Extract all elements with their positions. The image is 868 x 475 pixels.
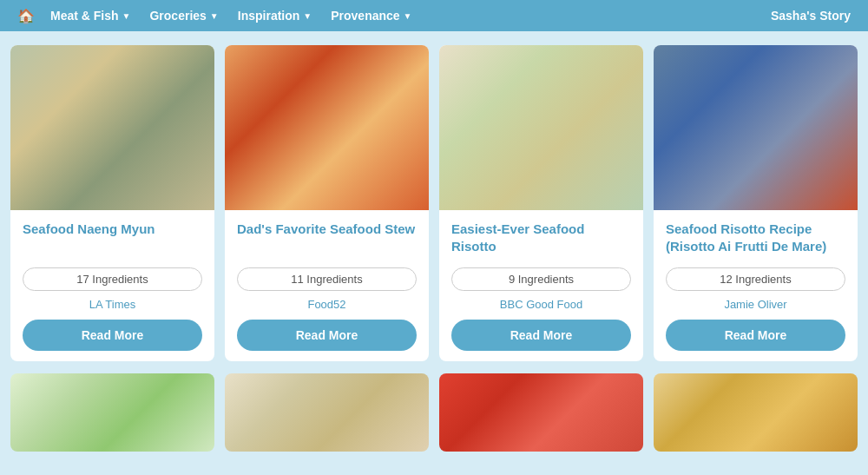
card-title-2: Dad's Favorite Seafood Stew [237,221,417,255]
card-body-4: Seafood Risotto Recipe (Risotto Ai Frutt… [654,210,858,361]
recipe-image-3 [439,45,643,210]
nav-label-meat-fish: Meat & Fish [50,9,119,23]
card-body-1: Seafood Naeng Myun 17 Ingredients LA Tim… [10,210,214,361]
bottom-image-row [10,373,858,452]
home-icon[interactable]: 🏠 [17,8,35,24]
read-more-button-3[interactable]: Read More [451,320,631,351]
recipe-card-1: Seafood Naeng Myun 17 Ingredients LA Tim… [10,45,214,361]
chevron-down-icon: ▼ [210,11,219,21]
recipe-card-2: Dad's Favorite Seafood Stew 11 Ingredien… [225,45,429,361]
nav-item-groceries[interactable]: Groceries ▼ [149,9,218,23]
read-more-button-4[interactable]: Read More [666,320,845,351]
card-title-1: Seafood Naeng Myun [23,221,202,255]
source-link-3[interactable]: BBC Good Food [451,298,631,311]
recipe-image-4 [654,45,858,210]
nav-label-inspiration: Inspiration [238,9,300,23]
chevron-down-icon: ▼ [404,11,412,21]
nav-item-meat-fish[interactable]: Meat & Fish ▼ [50,9,130,23]
ingredients-badge-1: 17 Ingredients [23,267,202,291]
ingredients-badge-4: 12 Ingredients [666,267,845,291]
source-link-4[interactable]: Jamie Oliver [666,298,845,311]
nav-label-groceries: Groceries [149,9,206,23]
card-title-3: Easiest-Ever Seafood Risotto [451,221,631,255]
card-body-2: Dad's Favorite Seafood Stew 11 Ingredien… [225,210,429,361]
nav-item-sashas-story[interactable]: Sasha's Story [771,9,851,23]
recipe-card-4: Seafood Risotto Recipe (Risotto Ai Frutt… [654,45,858,361]
recipe-card-3: Easiest-Ever Seafood Risotto 9 Ingredien… [439,45,643,361]
main-navigation: 🏠 Meat & Fish ▼ Groceries ▼ Inspiration … [0,0,868,31]
read-more-button-2[interactable]: Read More [237,320,417,351]
bottom-image-2[interactable] [225,373,429,452]
nav-item-provenance[interactable]: Provenance ▼ [331,9,411,23]
card-title-4: Seafood Risotto Recipe (Risotto Ai Frutt… [666,221,845,255]
ingredients-badge-3: 9 Ingredients [451,267,631,291]
read-more-button-1[interactable]: Read More [23,320,202,351]
recipe-cards-row: Seafood Naeng Myun 17 Ingredients LA Tim… [10,45,858,361]
chevron-down-icon: ▼ [303,11,312,21]
ingredients-badge-2: 11 Ingredients [237,267,417,291]
chevron-down-icon: ▼ [122,11,131,21]
bottom-image-4[interactable] [654,373,858,452]
bottom-image-3[interactable] [439,373,643,452]
page-content: Seafood Naeng Myun 17 Ingredients LA Tim… [0,31,868,465]
card-body-3: Easiest-Ever Seafood Risotto 9 Ingredien… [439,210,643,361]
nav-label-provenance: Provenance [331,9,399,23]
nav-label-sashas-story: Sasha's Story [771,9,851,23]
source-link-2[interactable]: Food52 [237,298,417,311]
recipe-image-2 [225,45,429,210]
recipe-image-1 [10,45,214,210]
bottom-image-1[interactable] [10,373,214,452]
nav-item-inspiration[interactable]: Inspiration ▼ [238,9,312,23]
source-link-1[interactable]: LA Times [23,298,202,311]
